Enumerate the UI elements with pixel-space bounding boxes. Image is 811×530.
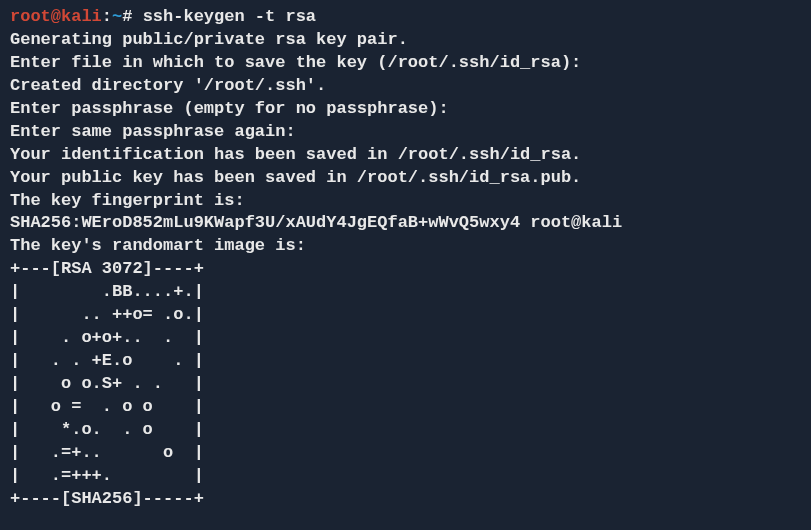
prompt-separator: :: [102, 7, 112, 26]
randomart-line: +----[SHA256]-----+: [10, 488, 801, 511]
randomart-line: | .BB....+.|: [10, 281, 801, 304]
prompt-line: root@kali:~# ssh-keygen -t rsa: [10, 6, 801, 29]
randomart-line: | .. ++o= .o.|: [10, 304, 801, 327]
output-line: Enter same passphrase again:: [10, 121, 801, 144]
prompt-path: ~: [112, 7, 122, 26]
output-line: The key's randomart image is:: [10, 235, 801, 258]
output-line: Your public key has been saved in /root/…: [10, 167, 801, 190]
output-line: Enter passphrase (empty for no passphras…: [10, 98, 801, 121]
randomart-line: | *.o. . o |: [10, 419, 801, 442]
randomart-line: | .=+++. |: [10, 465, 801, 488]
output-line: Created directory '/root/.ssh'.: [10, 75, 801, 98]
prompt-symbol: #: [122, 7, 142, 26]
output-line: The key fingerprint is:: [10, 190, 801, 213]
output-line: SHA256:WEroD852mLu9KWapf3U/xAUdY4JgEQfaB…: [10, 212, 801, 235]
command-text: ssh-keygen -t rsa: [143, 7, 316, 26]
randomart-line: +---[RSA 3072]----+: [10, 258, 801, 281]
randomart-line: | .=+.. o |: [10, 442, 801, 465]
randomart-line: | o = . o o |: [10, 396, 801, 419]
output-line: Generating public/private rsa key pair.: [10, 29, 801, 52]
prompt-user: root@kali: [10, 7, 102, 26]
randomart-line: | . o+o+.. . |: [10, 327, 801, 350]
output-line: Enter file in which to save the key (/ro…: [10, 52, 801, 75]
output-line: Your identification has been saved in /r…: [10, 144, 801, 167]
randomart-line: | o o.S+ . . |: [10, 373, 801, 396]
terminal-window[interactable]: root@kali:~# ssh-keygen -t rsa Generatin…: [10, 6, 801, 511]
randomart-line: | . . +E.o . |: [10, 350, 801, 373]
